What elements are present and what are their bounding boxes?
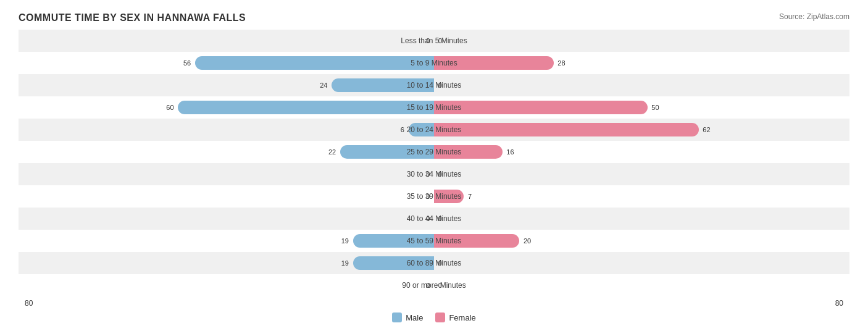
row-label: 5 to 9 Minutes bbox=[378, 59, 490, 67]
bar-row: 30 to 34 Minutes00 bbox=[19, 163, 849, 185]
row-label: 40 to 44 Minutes bbox=[378, 214, 490, 223]
male-legend-label: Male bbox=[406, 313, 423, 322]
row-label: 90 or more Minutes bbox=[378, 281, 490, 290]
legend-male: Male bbox=[392, 313, 423, 322]
bar-row: 45 to 59 Minutes1920 bbox=[19, 230, 849, 252]
legend: Male Female bbox=[19, 313, 849, 322]
male-legend-box bbox=[392, 313, 402, 322]
chart-header: COMMUTE TIME BY SEX IN HANNAWA FALLS Sou… bbox=[19, 12, 849, 23]
female-value: 20 bbox=[524, 237, 531, 245]
male-value: 22 bbox=[328, 148, 336, 156]
chart-wrapper: Less than 5 Minutes005 to 9 Minutes56281… bbox=[19, 30, 849, 296]
female-legend-box bbox=[435, 313, 445, 322]
bar-row: 20 to 24 Minutes662 bbox=[19, 119, 849, 141]
chart-title: COMMUTE TIME BY SEX IN HANNAWA FALLS bbox=[19, 12, 246, 23]
female-legend-label: Female bbox=[449, 313, 475, 322]
source-text: Source: ZipAtlas.com bbox=[779, 12, 849, 21]
bar-chart: Less than 5 Minutes005 to 9 Minutes56281… bbox=[19, 30, 849, 296]
bar-row: 10 to 14 Minutes240 bbox=[19, 74, 849, 96]
row-label: 20 to 24 Minutes bbox=[378, 125, 490, 134]
bar-row: 40 to 44 Minutes00 bbox=[19, 208, 849, 230]
male-value: 19 bbox=[341, 237, 349, 245]
bar-row: 15 to 19 Minutes6050 bbox=[19, 96, 849, 119]
bar-row: 25 to 29 Minutes2216 bbox=[19, 141, 849, 163]
row-label: 15 to 19 Minutes bbox=[378, 103, 490, 112]
male-value: 56 bbox=[183, 59, 191, 67]
male-value: 24 bbox=[320, 82, 327, 89]
female-value: 50 bbox=[651, 104, 659, 111]
male-value: 19 bbox=[341, 259, 349, 267]
axis-row: 80 80 bbox=[19, 299, 849, 308]
row-label: 60 to 89 Minutes bbox=[378, 259, 490, 267]
row-label: Less than 5 Minutes bbox=[378, 36, 490, 45]
male-value: 60 bbox=[166, 104, 173, 111]
row-label: 25 to 29 Minutes bbox=[378, 148, 490, 156]
bar-row: 60 to 89 Minutes190 bbox=[19, 252, 849, 274]
row-label: 30 to 34 Minutes bbox=[378, 170, 490, 178]
bar-row: 90 or more Minutes00 bbox=[19, 274, 849, 296]
female-value: 28 bbox=[557, 59, 565, 67]
legend-female: Female bbox=[435, 313, 475, 322]
axis-right-label: 80 bbox=[835, 299, 843, 308]
female-value: 16 bbox=[506, 148, 514, 156]
bar-row: Less than 5 Minutes00 bbox=[19, 30, 849, 52]
row-label: 10 to 14 Minutes bbox=[378, 81, 490, 90]
row-label: 45 to 59 Minutes bbox=[378, 237, 490, 245]
axis-left-label: 80 bbox=[25, 299, 33, 308]
row-label: 35 to 39 Minutes bbox=[378, 192, 490, 201]
female-value: 62 bbox=[703, 126, 710, 133]
bar-row: 35 to 39 Minutes07 bbox=[19, 185, 849, 208]
bar-row: 5 to 9 Minutes5628 bbox=[19, 52, 849, 74]
